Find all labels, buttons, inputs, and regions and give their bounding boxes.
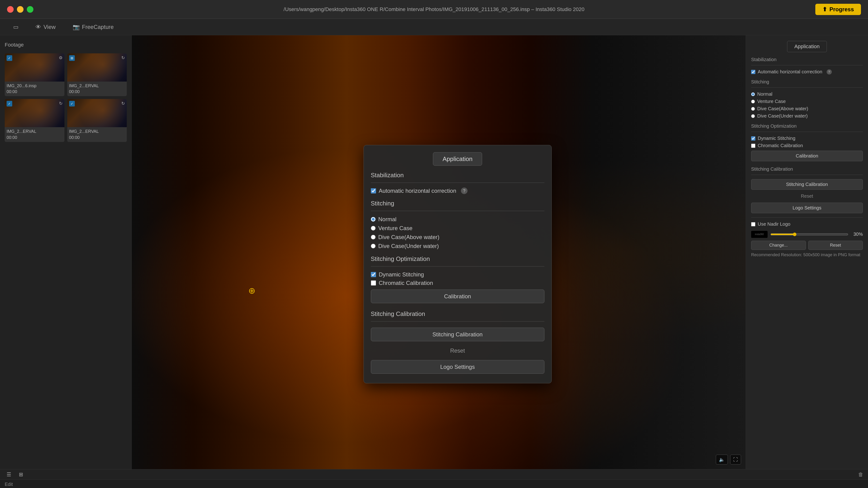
footage-badge-3: ✓ [69, 101, 75, 106]
dive-above-label: Dive Case(Above water) [378, 234, 439, 240]
footage-item-3[interactable]: ✓ ↻ IMG_2...ERVAL 00:00 [67, 99, 127, 142]
panel-header: Application [371, 152, 545, 166]
camera-icon: 📷 [73, 24, 80, 30]
upload-icon: ⬆ [823, 6, 827, 13]
view-button[interactable]: 👁 View [32, 22, 60, 32]
rp-radio-normal[interactable] [751, 92, 755, 96]
rp-chromatic-checkbox[interactable] [751, 143, 755, 148]
timeline-toolbar: ☰ ⊞ 🗑 [0, 469, 868, 480]
rp-radio-venture-row: Venture Case [751, 98, 863, 105]
logo-opacity-slider[interactable] [770, 232, 848, 236]
chromatic-row: Chromatic Calibration [371, 279, 545, 287]
footage-icon-3: ↻ [121, 101, 125, 106]
list-view-button[interactable]: ☰ [5, 470, 13, 479]
rp-dynamic-stitching-label: Dynamic Stitching [758, 136, 795, 141]
footage-item-2[interactable]: ✓ ↻ IMG_2...ERVAL 00:00 [5, 99, 64, 142]
radio-dive-under[interactable] [371, 244, 376, 249]
rp-dynamic-stitching-row: Dynamic Stitching [751, 135, 863, 142]
rp-stitching-calib-title: Stitching Calibration [751, 166, 863, 172]
rp-auto-horiz-row: Automatic horizontal correction ? [751, 68, 863, 75]
radio-venture-row: Venture Case [371, 224, 545, 233]
recommend-text: Recommended Resolution: 500x500 image in… [751, 252, 863, 258]
rp-radio-normal-row: Normal [751, 91, 863, 98]
change-button[interactable]: Change... [751, 241, 806, 250]
freecapture-button[interactable]: 📷 FreeCapture [69, 22, 118, 32]
rp-normal-label: Normal [757, 92, 772, 97]
footage-thumb-0: ✓ ⚙ [5, 53, 64, 82]
footage-info-1: IMG_2...ERVAL 00:00 [67, 82, 127, 96]
rp-help-icon[interactable]: ? [827, 69, 832, 74]
progress-button[interactable]: ⬆ Progress [815, 4, 861, 15]
close-button[interactable] [7, 6, 13, 13]
footage-info-3: IMG_2...ERVAL 00:00 [67, 127, 127, 142]
maximize-button[interactable] [27, 6, 33, 13]
rp-stabilization-title: Stabilization [751, 57, 863, 62]
reset-button[interactable]: Reset [371, 345, 545, 357]
rp-dynamic-stitching-checkbox[interactable] [751, 136, 755, 140]
fullscreen-button[interactable]: ⛶ [730, 455, 741, 464]
right-panel: Application Stabilization Automatic hori… [746, 35, 868, 469]
rp-dive-under-label: Dive Case(Under water) [757, 113, 808, 119]
stitching-section-title: Stitching [371, 200, 545, 207]
right-application-tab[interactable]: Application [787, 41, 827, 52]
stitching-opt-section-title: Stitching Optimization [371, 255, 545, 263]
dynamic-stitching-checkbox[interactable] [371, 272, 376, 277]
stabilization-section-title: Stabilization [371, 172, 545, 179]
rp-reset-logo-button[interactable]: Reset [808, 241, 863, 250]
rp-reset-button[interactable]: Reset [751, 192, 863, 201]
application-tab-button[interactable]: Application [433, 152, 482, 166]
radio-dive-above[interactable] [371, 235, 376, 239]
titlebar-right: ⬆ Progress [815, 4, 861, 15]
rp-bottom-row: Change... Reset [751, 241, 863, 250]
rp-logo-settings-button[interactable]: Logo Settings [751, 203, 863, 213]
rp-radio-dive-under-row: Dive Case(Under water) [751, 112, 863, 120]
footage-thumb-3: ✓ ↻ [67, 99, 127, 127]
rp-stitching-opt-title: Stitching Optimization [751, 123, 863, 129]
minimize-button[interactable] [17, 6, 24, 13]
logo-settings-button[interactable]: Logo Settings [371, 360, 545, 374]
footage-badge-0: ✓ [7, 55, 12, 61]
auto-horiz-row: Automatic horizontal correction ? [371, 187, 545, 195]
sidebar: Footage ✓ ⚙ IMG_20...6.insp 00:00 ⊞ ↻ [0, 35, 132, 469]
calibration-button[interactable]: Calibration [371, 290, 545, 303]
rp-auto-horiz-checkbox[interactable] [751, 70, 755, 74]
rectangle-icon: ▭ [13, 24, 19, 30]
radio-normal[interactable] [371, 217, 376, 222]
grid-view-button[interactable]: ⊞ [17, 470, 25, 479]
view-icon: 👁 [35, 24, 41, 30]
footage-item-0[interactable]: ✓ ⚙ IMG_20...6.insp 00:00 [5, 53, 64, 96]
crosshair-icon: ⊕ [248, 286, 255, 296]
volume-button[interactable]: 🔈 [716, 455, 728, 464]
delete-button[interactable]: 🗑 [858, 471, 863, 478]
rp-stitching-calibration-button[interactable]: Stitching Calibration [751, 179, 863, 190]
rp-calibration-button[interactable]: Calibration [751, 151, 863, 161]
footage-info-0: IMG_20...6.insp 00:00 [5, 82, 64, 96]
rp-radio-dive-under[interactable] [751, 114, 755, 118]
help-icon[interactable]: ? [461, 188, 467, 194]
rp-auto-horiz-label: Automatic horizontal correction [758, 69, 823, 74]
window-controls [7, 6, 33, 13]
footage-icon-0: ⚙ [59, 55, 63, 60]
auto-horiz-checkbox[interactable] [371, 188, 376, 193]
footage-badge-1: ⊞ [69, 55, 75, 61]
canvas-area[interactable]: ⊕ Application Stabilization Automatic ho… [132, 35, 746, 469]
rp-radio-dive-above[interactable] [751, 107, 755, 111]
stitching-calibration-button[interactable]: Stitching Calibration [371, 328, 545, 341]
canvas-toolbar: 🔈 ⛶ [716, 455, 741, 464]
rectangle-tool-button[interactable]: ▭ [9, 22, 22, 32]
top-navigation: ▭ 👁 View 📷 FreeCapture [0, 19, 868, 35]
divider-4 [371, 321, 545, 322]
rp-radio-dive-above-row: Dive Case(Above water) [751, 105, 863, 112]
titlebar: /Users/wangpeng/Desktop/Insta360 ONE R/C… [0, 0, 868, 19]
radio-dive-above-row: Dive Case(Above water) [371, 233, 545, 242]
footage-grid: ✓ ⚙ IMG_20...6.insp 00:00 ⊞ ↻ IMG_2...ER… [5, 53, 127, 142]
rp-radio-venture[interactable] [751, 100, 755, 103]
divider-3 [371, 266, 545, 267]
chromatic-checkbox[interactable] [371, 281, 376, 286]
rp-nadir-checkbox[interactable] [751, 222, 755, 226]
radio-normal-row: Normal [371, 215, 545, 224]
radio-venture[interactable] [371, 226, 376, 231]
footage-item-1[interactable]: ⊞ ↻ IMG_2...ERVAL 00:00 [67, 53, 127, 96]
venture-label: Venture Case [378, 225, 412, 232]
footage-thumb-1: ⊞ ↻ [67, 53, 127, 82]
